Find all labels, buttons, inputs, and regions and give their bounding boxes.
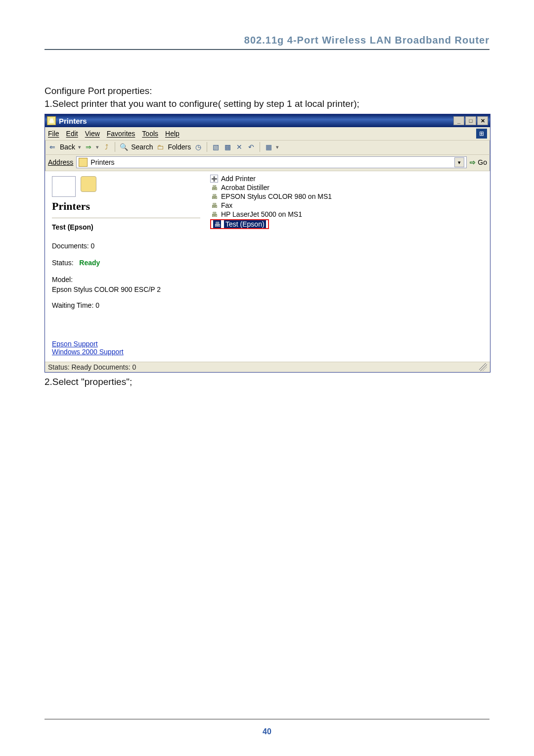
close-button[interactable]: ✕	[477, 116, 488, 125]
resize-grip-icon[interactable]	[479, 363, 487, 371]
info-status-line: Status: Ready	[52, 259, 200, 267]
views-icon[interactable]: ▦	[264, 142, 273, 151]
menu-tools[interactable]: Tools	[142, 130, 158, 138]
preview-thumbnail	[52, 176, 76, 197]
info-pane: Printers Test (Epson) Documents: 0 Statu…	[45, 171, 206, 362]
back-dropdown-icon[interactable]: ▾	[78, 144, 81, 150]
info-status-label: Status:	[52, 259, 74, 267]
network-printer-icon: 🖶	[210, 210, 218, 218]
item-label: EPSON Stylus COLOR 980 on MS1	[221, 192, 332, 200]
document-page: 802.11g 4-Port Wireless LAN Broadband Ro…	[0, 0, 534, 756]
link-epson-support[interactable]: Epson Support	[52, 340, 200, 348]
selection-highlight: 🖶 Test (Epson)	[210, 219, 269, 229]
window-title: Printers	[59, 117, 453, 125]
item-label: HP LaserJet 5000 on MS1	[221, 210, 302, 218]
address-label: Address	[48, 158, 73, 166]
explorer-body: Printers Test (Epson) Documents: 0 Statu…	[45, 171, 490, 362]
document-header: 802.11g 4-Port Wireless LAN Broadband Ro…	[44, 35, 490, 49]
address-folder-icon	[79, 158, 88, 167]
go-arrow-icon: ⇨	[470, 158, 476, 166]
move-to-icon[interactable]: ▧	[211, 142, 220, 151]
copy-to-icon[interactable]: ▩	[223, 142, 232, 151]
menu-favorites[interactable]: Favorites	[107, 130, 135, 138]
window-titlebar[interactable]: 🖶 Printers _ □ ✕	[45, 114, 490, 127]
status-bar: Status: Ready Documents: 0	[45, 362, 490, 372]
step-intro-text: Configure Port properties:	[44, 85, 490, 97]
item-label: Acrobat Distiller	[221, 184, 269, 191]
item-test-epson[interactable]: 🖶 Test (Epson)	[210, 219, 486, 230]
item-acrobat-distiller[interactable]: 🖶 Acrobat Distiller	[210, 183, 486, 192]
up-folder-icon[interactable]: ⤴	[102, 142, 111, 151]
toolbar-sep-3	[260, 142, 260, 152]
forward-dropdown-icon[interactable]: ▾	[96, 144, 99, 150]
minimize-button[interactable]: _	[453, 116, 464, 125]
printer-icon: 🖶	[210, 201, 218, 209]
maximize-button[interactable]: □	[465, 116, 476, 125]
link-windows-support[interactable]: Windows 2000 Support	[52, 348, 200, 356]
info-documents: Documents: 0	[52, 242, 200, 250]
network-printer-icon: 🖶	[210, 192, 218, 200]
folders-icon[interactable]: 🗀	[156, 142, 165, 151]
toolbar-sep-2	[207, 142, 207, 152]
menu-bar: File Edit View Favorites Tools Help ⊞	[45, 127, 490, 141]
printer-icon: 🖶	[210, 184, 218, 191]
printer-icon: 🖶	[213, 220, 221, 228]
menu-edit[interactable]: Edit	[66, 130, 78, 138]
address-value: Printers	[90, 158, 114, 166]
windows-brand-icon[interactable]: ⊞	[476, 129, 487, 139]
item-label: Fax	[221, 201, 232, 209]
status-text: Status: Ready Documents: 0	[48, 363, 136, 371]
address-dropdown-icon[interactable]: ▾	[454, 157, 464, 167]
go-label: Go	[478, 158, 487, 166]
history-icon[interactable]: ◷	[194, 142, 203, 151]
item-fax[interactable]: 🖶 Fax	[210, 201, 486, 210]
info-waiting: Waiting Time: 0	[52, 301, 200, 309]
screenshot-container: 🖶 Printers _ □ ✕ File Edit View Favorite…	[44, 114, 490, 373]
info-selected-name: Test (Epson)	[52, 223, 200, 231]
menu-view[interactable]: View	[85, 130, 100, 138]
printers-window: 🖶 Printers _ □ ✕ File Edit View Favorite…	[44, 114, 490, 373]
printers-folder-icon: 🖶	[47, 116, 56, 125]
search-icon[interactable]: 🔍	[119, 142, 128, 151]
info-model-label: Model:	[52, 276, 200, 284]
step2-text: 2.Select "properties";	[44, 376, 490, 388]
address-bar: Address Printers ▾ ⇨ Go	[45, 155, 490, 171]
menu-help[interactable]: Help	[165, 130, 179, 138]
item-label: Add Printer	[221, 175, 256, 183]
menu-file[interactable]: File	[48, 130, 59, 138]
header-rule	[44, 49, 490, 50]
back-arrow-icon[interactable]: ⇐	[48, 142, 57, 151]
search-button[interactable]: Search	[131, 143, 153, 151]
window-control-buttons: _ □ ✕	[453, 116, 488, 125]
views-dropdown-icon[interactable]: ▾	[276, 144, 279, 150]
item-add-printer[interactable]: ➕ Add Printer	[210, 174, 486, 183]
toolbar-sep-1	[115, 142, 115, 152]
go-button[interactable]: ⇨ Go	[470, 158, 487, 166]
folders-button[interactable]: Folders	[168, 143, 191, 151]
item-label: Test (Epson)	[224, 220, 266, 228]
delete-icon[interactable]: ✕	[235, 142, 244, 151]
step1-text: 1.Select printer that you want to config…	[44, 97, 490, 110]
info-model-value: Epson Stylus COLOR 900 ESC/P 2	[52, 285, 200, 293]
address-field[interactable]: Printers ▾	[76, 156, 467, 168]
page-spacer	[44, 388, 490, 714]
back-button[interactable]: Back	[60, 143, 75, 151]
item-epson-stylus-980[interactable]: 🖶 EPSON Stylus COLOR 980 on MS1	[210, 192, 486, 201]
info-pane-title: Printers	[52, 200, 200, 213]
add-printer-icon: ➕	[210, 175, 218, 183]
forward-arrow-icon[interactable]: ⇒	[84, 142, 93, 151]
printers-large-icon	[81, 176, 96, 192]
toolbar: ⇐ Back ▾ ⇒ ▾ ⤴ 🔍 Search 🗀 Folders ◷ ▧ ▩ …	[45, 141, 490, 155]
item-hp-laserjet-5000[interactable]: 🖶 HP LaserJet 5000 on MS1	[210, 210, 486, 219]
info-pane-divider	[52, 218, 200, 218]
page-number: 40	[44, 719, 490, 736]
list-pane[interactable]: ➕ Add Printer 🖶 Acrobat Distiller 🖶 EPSO…	[206, 171, 490, 362]
info-status-value: Ready	[79, 259, 100, 267]
undo-icon[interactable]: ↶	[247, 142, 256, 151]
info-pane-header	[52, 176, 200, 197]
